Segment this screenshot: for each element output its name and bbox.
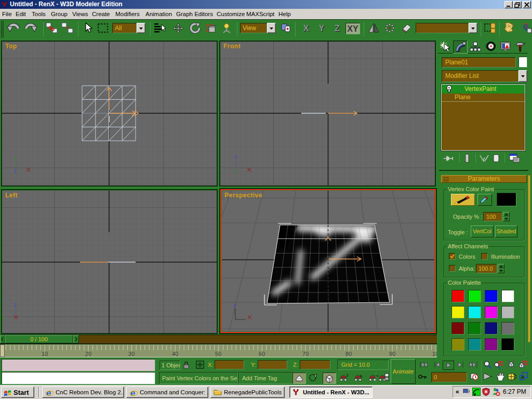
svg-text:10: 10 <box>42 351 48 357</box>
svg-text:50: 50 <box>215 351 221 357</box>
svg-text:90: 90 <box>389 351 395 357</box>
svg-text:10: 10 <box>432 351 437 357</box>
svg-text:70: 70 <box>302 351 309 357</box>
svg-text:80: 80 <box>345 351 352 357</box>
svg-text:20: 20 <box>85 351 91 357</box>
svg-text:3: 3 <box>346 373 349 378</box>
svg-text:30: 30 <box>128 351 135 357</box>
svg-text:40: 40 <box>172 351 178 357</box>
svg-text:e: e <box>130 389 135 397</box>
svg-text:60: 60 <box>259 351 265 357</box>
svg-text:e: e <box>46 389 51 397</box>
